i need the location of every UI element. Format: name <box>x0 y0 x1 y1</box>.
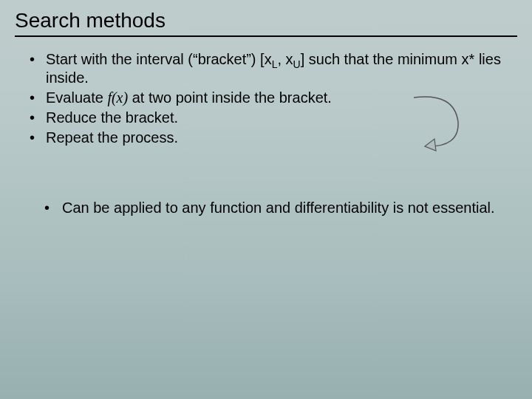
slide: Search methods Start with the interval (… <box>0 0 532 399</box>
bullet-note: Can be applied to any function and diffe… <box>44 199 517 217</box>
bullet-1-sub-U: U <box>293 58 301 70</box>
title-rule <box>15 35 517 37</box>
bullet-2-text-pre: Evaluate <box>46 89 107 106</box>
bullet-2-fx: f(x) <box>107 89 128 106</box>
bullet-1-text-mid: , x <box>277 51 293 67</box>
loop-arrow-icon <box>399 89 473 155</box>
bullet-list-note: Can be applied to any function and diffe… <box>44 199 517 217</box>
bullet-item-1: Start with the interval (“bracket”) [xL,… <box>30 50 517 87</box>
bullet-1-text-pre: Start with the interval (“bracket”) [x <box>46 51 272 67</box>
bullet-2-text-post: at two point inside the bracket. <box>128 89 332 106</box>
slide-title: Search methods <box>15 9 517 33</box>
